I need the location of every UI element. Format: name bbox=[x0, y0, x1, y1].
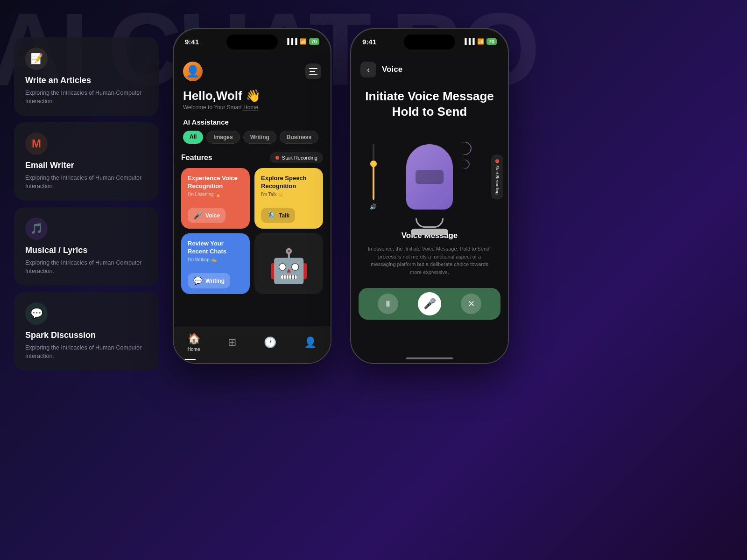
wave-1 bbox=[456, 139, 474, 158]
voice-controls: ⏸ 🎤 ✕ bbox=[359, 288, 500, 320]
ai-assistance-section: AI Assistance All Images Writing Busines… bbox=[174, 112, 331, 147]
voice-card-btn[interactable]: 🎤 Voice bbox=[188, 208, 226, 223]
nav-home[interactable]: 🏠 Home bbox=[188, 333, 200, 352]
record-button[interactable]: Start Recording bbox=[270, 152, 323, 163]
voice-card-title: Experience Voice Recognition bbox=[188, 175, 243, 190]
tab-business[interactable]: Business bbox=[280, 131, 318, 144]
robot-emoji: 🤖 bbox=[268, 247, 309, 285]
grid-icon: ⊞ bbox=[228, 336, 236, 349]
feature-card-writing[interactable]: Review Your Recent Chats I'm Writing ✍️ … bbox=[181, 233, 250, 294]
clock-icon: 🕐 bbox=[264, 336, 276, 349]
home-label: Home bbox=[188, 347, 200, 352]
musical-lyrics-desc: Exploring the Intricacies of Human-Compu… bbox=[25, 259, 148, 275]
status-icons-2: ▐▐▐ 📶 70 bbox=[463, 38, 497, 45]
menu-line-1 bbox=[309, 68, 317, 69]
volume-knob bbox=[370, 161, 377, 167]
musical-lyrics-icon: 🎵 bbox=[25, 217, 48, 240]
mic-stand bbox=[411, 218, 448, 235]
feature-card-talk[interactable]: Explore Speech Recognition I'm Talk 😊 🎙️… bbox=[254, 168, 323, 229]
features-title: Features bbox=[181, 154, 212, 162]
dynamic-island-1 bbox=[226, 35, 278, 49]
wifi-icon: 📶 bbox=[300, 38, 307, 45]
nav-history[interactable]: 🕐 bbox=[264, 336, 276, 349]
talk-card-sub: I'm Talk 😊 bbox=[261, 192, 317, 197]
mic-button[interactable]: 🎤 bbox=[418, 292, 441, 315]
phone1-content: 👤 Hello,Wolf 👋 Welcome to Your Smart Hom… bbox=[174, 55, 331, 363]
writing-card-sub: I'm Writing ✍️ bbox=[188, 257, 243, 262]
nav-grid[interactable]: ⊞ bbox=[228, 336, 236, 349]
tab-writing[interactable]: Writing bbox=[243, 131, 276, 144]
signal-icon-2: ▐▐▐ bbox=[463, 38, 475, 45]
sidebar-card-musical-lyrics[interactable]: 🎵 Musical / Lyrics Exploring the Intrica… bbox=[14, 207, 159, 286]
phone1-mockup: 9:41 ▐▐▐ 📶 70 👤 Hello,Wolf bbox=[173, 28, 331, 364]
close-button[interactable]: ✕ bbox=[461, 294, 481, 314]
bottom-nav: 🏠 Home ⊞ 🕐 👤 bbox=[174, 326, 331, 363]
write-articles-title: Write an Articles bbox=[25, 76, 148, 85]
sound-waves bbox=[458, 142, 472, 169]
wifi-icon-2: 📶 bbox=[477, 38, 484, 45]
ai-assistance-title: AI Assistance bbox=[183, 118, 321, 126]
p1-header: 👤 bbox=[174, 55, 331, 86]
phone2-mockup: 9:41 ▐▐▐ 📶 70 ‹ Voice Initiate Voice Mes… bbox=[350, 28, 509, 364]
wave-2 bbox=[458, 158, 472, 171]
tabs-row: All Images Writing Business Creat bbox=[183, 131, 321, 144]
feature-card-robot[interactable]: 🤖 bbox=[254, 233, 323, 294]
battery-icon: 70 bbox=[309, 38, 319, 45]
musical-lyrics-title: Musical / Lyrics bbox=[25, 245, 148, 255]
home-icon: 🏠 bbox=[188, 333, 200, 345]
mic-icon: 🎤 bbox=[423, 298, 436, 310]
voice-btn-icon: 🎤 bbox=[193, 211, 203, 220]
mic-body-container bbox=[406, 144, 453, 210]
greeting-area: Hello,Wolf 👋 Welcome to Your Smart Home. bbox=[174, 86, 331, 112]
spark-discussion-desc: Exploring the Intricacies of Human-Compu… bbox=[25, 344, 148, 360]
pause-icon: ⏸ bbox=[384, 299, 392, 309]
back-button[interactable]: ‹ bbox=[360, 62, 376, 77]
close-icon: ✕ bbox=[468, 299, 475, 309]
menu-line-2 bbox=[310, 71, 315, 72]
email-writer-icon: M bbox=[25, 133, 48, 155]
volume-fill bbox=[373, 166, 374, 200]
pause-button[interactable]: ⏸ bbox=[378, 294, 398, 314]
mic-grille bbox=[416, 170, 444, 184]
volume-track bbox=[373, 144, 374, 200]
writing-card-btn[interactable]: 💬 Writing bbox=[188, 273, 230, 288]
writing-btn-label: Writing bbox=[205, 278, 225, 284]
email-writer-desc: Exploring the Intricacies of Human-Compu… bbox=[25, 174, 148, 190]
tab-all[interactable]: All bbox=[183, 131, 203, 144]
nav-indicator bbox=[177, 359, 196, 360]
battery-icon-2: 70 bbox=[486, 38, 497, 45]
menu-icon[interactable] bbox=[305, 63, 321, 79]
side-rec-dot bbox=[495, 159, 499, 163]
email-writer-title: Email Writer bbox=[25, 161, 148, 170]
talk-btn-label: Talk bbox=[279, 212, 289, 219]
writing-card-title: Review Your Recent Chats bbox=[188, 240, 243, 256]
dynamic-island-2 bbox=[404, 35, 455, 49]
spark-discussion-icon: 💬 bbox=[25, 302, 48, 325]
feature-card-voice[interactable]: Experience Voice Recognition I'm Listeni… bbox=[181, 168, 250, 229]
voice-message-desc: In essence, the ,Initiate Voice Message,… bbox=[351, 243, 508, 283]
time-1: 9:41 bbox=[185, 38, 199, 46]
greeting-name: Hello,Wolf 👋 bbox=[183, 89, 321, 103]
record-dot bbox=[275, 156, 279, 160]
sidebar-card-write-articles[interactable]: 📝 Write an Articles Exploring the Intric… bbox=[14, 37, 159, 116]
features-section: Features Start Recording Experience Voic… bbox=[174, 147, 331, 299]
nav-profile[interactable]: 👤 bbox=[304, 336, 317, 349]
writing-btn-icon: 💬 bbox=[193, 276, 203, 285]
phone2-content: ‹ Voice Initiate Voice Message Hold to S… bbox=[351, 55, 508, 363]
talk-card-btn[interactable]: 🎙️ Talk bbox=[261, 208, 295, 223]
sidebar-card-spark-discussion[interactable]: 💬 Spark Discussion Exploring the Intrica… bbox=[14, 292, 159, 371]
sidebar-card-email-writer[interactable]: M Email Writer Exploring the Intricacies… bbox=[14, 122, 159, 201]
features-header: Features Start Recording bbox=[181, 152, 323, 163]
p2-page-title: Voice bbox=[382, 65, 402, 74]
menu-line-3 bbox=[309, 74, 317, 75]
mic-body bbox=[406, 144, 453, 210]
talk-btn-icon: 🎙️ bbox=[267, 211, 276, 220]
signal-icon: ▐▐▐ bbox=[285, 38, 297, 45]
tab-images[interactable]: Images bbox=[206, 131, 240, 144]
side-record-btn[interactable]: Start Recording bbox=[491, 154, 503, 199]
volume-bar[interactable]: 🔊 bbox=[370, 144, 377, 210]
voice-title-area: Initiate Voice Message Hold to Send bbox=[351, 82, 508, 126]
time-2: 9:41 bbox=[362, 38, 376, 46]
mic-arm bbox=[416, 218, 444, 228]
user-avatar[interactable]: 👤 bbox=[183, 62, 203, 81]
